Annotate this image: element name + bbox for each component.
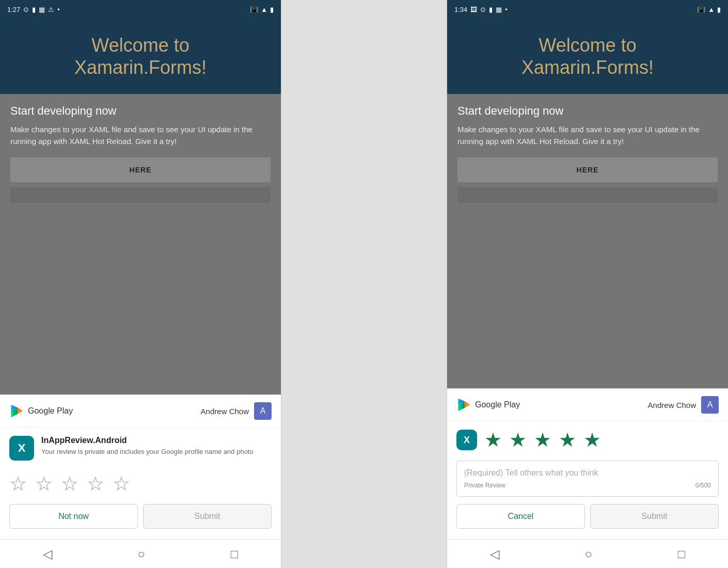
app-row-1: X InAppReview.Android Your review is pri… [0,428,281,469]
signal-bars-icon-2: ▦ [496,6,502,13]
submit-button-2[interactable]: Submit [590,504,719,529]
review-count: 0/500 [695,482,711,489]
content-title-1: Start developing now [10,104,271,118]
nav-back-1[interactable]: ◁ [43,547,52,561]
here-button-1[interactable]: HERE [10,157,271,182]
image-icon-2: 🖼 [470,6,477,13]
star-2-2[interactable]: ★ [509,430,527,450]
not-now-button[interactable]: Not now [9,504,138,529]
status-bar-left-2: 1:34 🖼 ⊙ ▮ ▦ • [454,6,508,13]
battery-small-icon-1: ▮ [32,6,36,13]
welcome-header-2: Welcome to Xamarin.Forms! [447,19,728,94]
content-body-2: Make changes to your XAML file and save … [457,124,718,147]
nav-home-1[interactable]: ○ [137,547,145,561]
signal-bars-icon-1: ▦ [39,6,45,13]
google-play-header-1: Google Play Andrew Chow A [0,395,281,428]
time-2: 1:34 [454,6,467,13]
divider [281,0,447,568]
stars-with-icon-2[interactable]: X ★ ★ ★ ★ ★ [447,421,728,457]
battery-icon-1: ▮ [270,6,274,13]
buttons-row-2: Cancel Submit [447,504,728,539]
star-1-2[interactable]: ☆ [35,474,53,494]
welcome-header-1: Welcome to Xamarin.Forms! [0,19,281,94]
app-content-1: Start developing now Make changes to you… [0,94,281,395]
time-1: 1:27 [7,6,20,13]
stars-row-1[interactable]: ☆ ☆ ☆ ☆ ☆ [0,469,281,504]
star-2-1[interactable]: ★ [484,430,502,450]
google-play-icon-2 [456,398,471,412]
vibrate-icon-1: 📳 [250,6,258,13]
user-avatar-2: A [701,396,719,414]
wifi-icon-1: ▲ [261,6,267,13]
bottom-sheet-1: Google Play Andrew Chow A X InAppReview.… [0,395,281,539]
nav-bar-1: ◁ ○ □ [0,539,281,568]
welcome-title-1: Welcome to Xamarin.Forms! [10,34,271,78]
review-placeholder: (Required) Tell others what you think [464,468,711,478]
google-play-brand-2: Google Play [475,400,520,409]
user-name-2: Andrew Chow [648,401,696,409]
nav-home-2[interactable]: ○ [584,547,592,561]
content-body-1: Make changes to your XAML file and save … [10,124,271,147]
battery-small-icon-2: ▮ [489,6,493,13]
star-1-4[interactable]: ☆ [87,474,104,494]
wifi-icon-2: ▲ [708,6,715,13]
app-icon-1: X [9,436,34,461]
user-info-2: Andrew Chow A [648,396,719,414]
status-bar-right-2: 📳 ▲ ▮ [697,6,721,13]
google-play-brand-1: Google Play [28,406,73,416]
battery-icon-2: ▮ [717,6,721,13]
status-bar-left-1: 1:27 ⊙ ▮ ▦ ⚠ • [7,6,60,13]
user-name-1: Andrew Chow [201,407,249,416]
star-2-3[interactable]: ★ [534,430,551,450]
dot-icon-1: • [57,6,60,13]
welcome-title-2: Welcome to Xamarin.Forms! [457,34,718,78]
star-2-4[interactable]: ★ [559,430,576,450]
star-1-1[interactable]: ☆ [9,474,27,494]
phone-1: 1:27 ⊙ ▮ ▦ ⚠ • 📳 ▲ ▮ Welcome to Xamarin.… [0,0,281,568]
phone-2: 1:34 🖼 ⊙ ▮ ▦ • 📳 ▲ ▮ Welcome to Xamarin.… [447,0,728,568]
content-title-2: Start developing now [457,104,718,118]
app-content-2: Start developing now Make changes to you… [447,94,728,388]
user-avatar-1: A [254,402,272,420]
google-play-icon-1 [9,404,24,418]
dot-icon-2: • [505,6,508,13]
review-meta: Private Review 0/500 [464,482,711,489]
location-icon-1: ⊙ [23,6,29,13]
nav-back-2[interactable]: ◁ [490,547,499,561]
bottom-sheet-2: Google Play Andrew Chow A X ★ ★ ★ ★ ★ (R… [447,388,728,539]
review-label: Private Review [464,482,505,489]
status-bar-1: 1:27 ⊙ ▮ ▦ ⚠ • 📳 ▲ ▮ [0,0,281,19]
content-fade-1 [10,187,271,203]
submit-button-1[interactable]: Submit [143,504,272,529]
here-button-2[interactable]: HERE [457,157,718,182]
star-1-3[interactable]: ☆ [61,474,78,494]
review-input-container[interactable]: (Required) Tell others what you think Pr… [456,461,719,497]
app-info-1: InAppReview.Android Your review is priva… [41,436,272,456]
star-1-5[interactable]: ☆ [113,474,130,494]
status-bar-right-1: 📳 ▲ ▮ [250,6,274,13]
location-icon-2: ⊙ [480,6,486,13]
cancel-button[interactable]: Cancel [456,504,585,529]
app-name-1: InAppReview.Android [41,436,272,445]
google-play-logo-1: Google Play [9,404,73,418]
content-fade-2 [457,187,718,203]
buttons-row-1: Not now Submit [0,504,281,539]
google-play-logo-2: Google Play [456,398,520,412]
alert-icon-1: ⚠ [48,6,54,13]
app-icon-2: X [456,430,477,450]
google-play-header-2: Google Play Andrew Chow A [447,389,728,421]
user-info-1: Andrew Chow A [201,402,272,420]
status-bar-2: 1:34 🖼 ⊙ ▮ ▦ • 📳 ▲ ▮ [447,0,728,19]
nav-recent-2[interactable]: □ [678,547,686,561]
nav-bar-2: ◁ ○ □ [447,539,728,568]
star-2-5[interactable]: ★ [583,430,601,450]
app-desc-1: Your review is private and includes your… [41,447,272,456]
vibrate-icon-2: 📳 [697,6,705,13]
nav-recent-1[interactable]: □ [231,547,239,561]
